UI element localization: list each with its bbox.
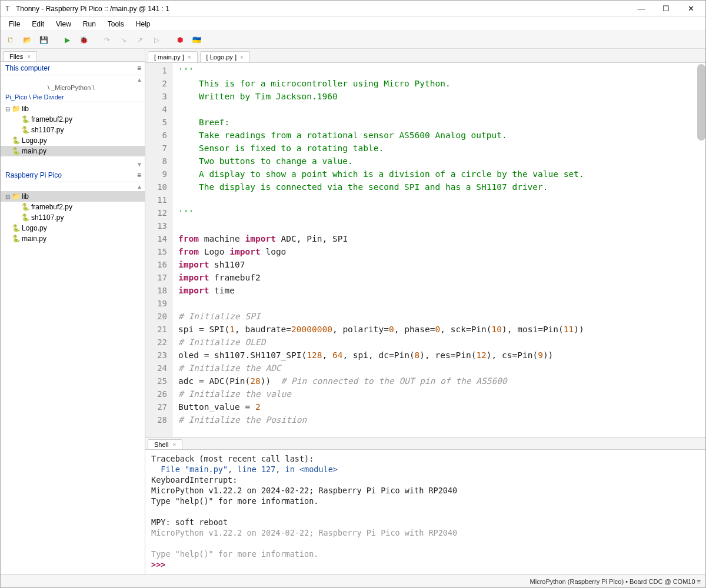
close-icon[interactable]: ×: [240, 54, 244, 61]
menu-bar: FileEditViewRunToolsHelp: [1, 17, 705, 31]
file-item[interactable]: 🐍Logo.py: [1, 135, 145, 146]
minimize-button[interactable]: —: [629, 1, 654, 16]
close-icon[interactable]: ×: [173, 442, 176, 448]
file-item[interactable]: 🐍framebuf2.py: [1, 114, 145, 125]
menu-help[interactable]: Help: [130, 18, 156, 30]
close-button[interactable]: ✕: [678, 1, 703, 16]
close-icon[interactable]: ×: [188, 54, 191, 61]
shell-output[interactable]: Traceback (most recent call last): File …: [145, 450, 705, 574]
python-file-icon: 🐍: [11, 147, 21, 155]
editor-tab[interactable]: [ main.py ]×: [148, 51, 198, 62]
python-file-icon: 🐍: [11, 224, 21, 232]
hamburger-icon[interactable]: ≡: [137, 64, 140, 72]
scroll-up-icon[interactable]: ▲: [1, 182, 145, 190]
editor-tab-label: [ main.py ]: [154, 54, 184, 61]
expander-icon[interactable]: ⊟: [4, 193, 11, 200]
save-file-icon[interactable]: 💾: [37, 34, 50, 46]
tree-label: main.py: [22, 147, 46, 155]
shell-tab[interactable]: Shell ×: [148, 439, 182, 449]
close-icon[interactable]: ×: [27, 54, 31, 60]
files-tab[interactable]: Files ×: [3, 51, 37, 61]
folder-icon: 📁: [11, 105, 21, 113]
step-into-icon[interactable]: ↘: [117, 34, 130, 46]
tree-label: sh1107.py: [31, 213, 64, 222]
run-icon[interactable]: ▶: [61, 34, 74, 46]
file-item[interactable]: 🐍main.py: [1, 146, 145, 156]
vertical-scrollbar[interactable]: [697, 64, 705, 141]
status-right[interactable]: MicroPython (Raspberry Pi Pico) • Board …: [530, 578, 701, 585]
code-editor[interactable]: 1234567891011121314151617181920212223242…: [145, 63, 705, 437]
device-header-label: Raspberry Pi Pico: [5, 171, 62, 179]
files-tab-label: Files: [9, 53, 23, 60]
editor-tab[interactable]: [ Logo.py ]×: [200, 51, 250, 62]
tree-label: Logo.py: [22, 136, 47, 145]
step-over-icon[interactable]: ↷: [101, 34, 114, 46]
menu-view[interactable]: View: [50, 18, 77, 30]
window-controls: — ☐ ✕: [629, 1, 703, 16]
tree-label: lib: [22, 105, 29, 113]
tree-label: Logo.py: [22, 224, 47, 232]
python-file-icon: 🐍: [11, 136, 21, 145]
folder-item[interactable]: ⊟📁lib: [1, 103, 145, 114]
python-file-icon: 🐍: [21, 126, 30, 134]
tree-label: framebuf2.py: [31, 115, 72, 123]
expander-icon[interactable]: ⊟: [4, 106, 11, 112]
local-file-tree: ⊟📁lib🐍framebuf2.py🐍sh1107.py🐍Logo.py🐍mai…: [1, 102, 145, 161]
shell-tab-label: Shell: [154, 441, 168, 448]
editor-tab-row: [ main.py ]×[ Logo.py ]×: [145, 49, 705, 63]
python-file-icon: 🐍: [21, 213, 30, 222]
file-item[interactable]: 🐍main.py: [1, 233, 145, 244]
python-file-icon: 🐍: [21, 115, 30, 123]
local-header[interactable]: This computer ≡: [1, 62, 145, 75]
python-file-icon: 🐍: [21, 203, 30, 211]
menu-tools[interactable]: Tools: [102, 18, 130, 30]
stop-icon[interactable]: ⬢: [174, 34, 187, 46]
line-number-gutter: 1234567891011121314151617181920212223242…: [145, 63, 172, 437]
hamburger-icon[interactable]: ≡: [137, 171, 140, 179]
title-bar: 𝕋 Thonny - Raspberry Pi Pico :: /main.py…: [1, 1, 705, 17]
tree-label: sh1107.py: [31, 126, 64, 134]
maximize-button[interactable]: ☐: [654, 1, 678, 16]
python-file-icon: 🐍: [11, 235, 21, 243]
scroll-up-icon[interactable]: ▲: [1, 75, 145, 83]
window-title: Thonny - Raspberry Pi Pico :: /main.py @…: [16, 5, 629, 13]
app-icon: 𝕋: [3, 4, 12, 14]
local-subpath[interactable]: Pi_Pico \ Pie Divider: [1, 92, 145, 102]
tree-label: framebuf2.py: [31, 203, 72, 211]
file-item[interactable]: 🐍Logo.py: [1, 223, 145, 233]
device-file-tree: ⊟📁lib🐍framebuf2.py🐍sh1107.py🐍Logo.py🐍mai…: [1, 190, 145, 249]
file-item[interactable]: 🐍framebuf2.py: [1, 202, 145, 212]
resume-icon[interactable]: ▷: [150, 34, 163, 46]
file-item[interactable]: 🐍sh1107.py: [1, 125, 145, 135]
local-path[interactable]: \ _MicroPython \: [1, 83, 145, 92]
code-content[interactable]: ''' This is for a microcontroller using …: [172, 63, 705, 437]
step-out-icon[interactable]: ↗: [134, 34, 146, 46]
device-header[interactable]: Raspberry Pi Pico ≡: [1, 169, 145, 182]
folder-icon: 📁: [11, 192, 21, 201]
status-bar: MicroPython (Raspberry Pi Pico) • Board …: [1, 574, 705, 587]
shell-prompt[interactable]: >>>: [151, 560, 171, 569]
debug-icon[interactable]: 🐞: [77, 34, 90, 46]
menu-edit[interactable]: Edit: [26, 18, 50, 30]
menu-file[interactable]: File: [3, 18, 26, 30]
local-header-label: This computer: [5, 64, 50, 72]
file-item[interactable]: 🐍sh1107.py: [1, 212, 145, 223]
tree-label: main.py: [22, 235, 46, 243]
menu-run[interactable]: Run: [77, 18, 102, 30]
editor-tab-label: [ Logo.py ]: [207, 54, 237, 61]
scroll-down-icon[interactable]: ▼: [1, 161, 145, 169]
open-file-icon[interactable]: 📂: [21, 34, 34, 46]
files-panel: Files × This computer ≡ ▲ \ _MicroPython…: [1, 49, 145, 574]
new-file-icon[interactable]: 🗋: [4, 34, 17, 46]
toolbar: 🗋📂💾▶🐞↷↘↗▷⬢🇺🇦: [1, 31, 705, 49]
ukraine-flag-icon[interactable]: 🇺🇦: [190, 34, 203, 46]
folder-item[interactable]: ⊟📁lib: [1, 191, 145, 202]
tree-label: lib: [22, 192, 29, 201]
